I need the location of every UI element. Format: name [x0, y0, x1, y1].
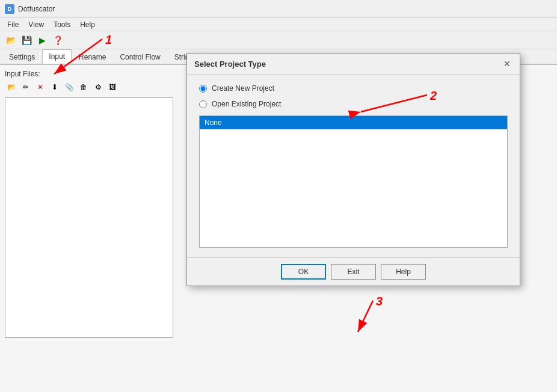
create-new-label: Create New Project — [212, 84, 274, 93]
open-existing-radio[interactable] — [199, 100, 207, 108]
help-button[interactable]: Help — [381, 264, 426, 280]
dialog-title-bar: Select Project Type ✕ — [187, 54, 520, 75]
project-list-box[interactable]: None — [199, 115, 508, 248]
dialog-close-button[interactable]: ✕ — [502, 58, 512, 69]
exit-button[interactable]: Exit — [331, 264, 376, 280]
create-new-radio[interactable] — [199, 85, 207, 93]
open-existing-option[interactable]: Open Existing Project — [199, 100, 508, 108]
open-existing-label: Open Existing Project — [212, 100, 281, 108]
dialog-overlay: Select Project Type ✕ Create New Project… — [0, 0, 557, 392]
create-new-option[interactable]: Create New Project — [199, 84, 508, 93]
dialog-body: Create New Project Open Existing Project… — [187, 75, 520, 257]
dialog-footer: OK Exit Help — [187, 257, 520, 286]
select-project-type-dialog: Select Project Type ✕ Create New Project… — [186, 53, 520, 286]
dialog-title: Select Project Type — [194, 60, 266, 69]
ok-button[interactable]: OK — [281, 264, 326, 280]
list-item-none[interactable]: None — [200, 116, 507, 129]
